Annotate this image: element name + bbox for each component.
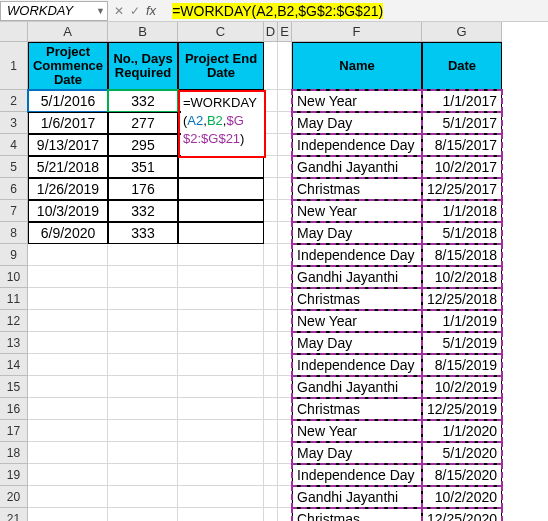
cell-B16[interactable] [108, 398, 178, 420]
cell-G19[interactable]: 8/15/2020 [422, 464, 502, 486]
cell-C16[interactable] [178, 398, 264, 420]
cell-B14[interactable] [108, 354, 178, 376]
cell-C21[interactable] [178, 508, 264, 521]
col-header-C[interactable]: C [178, 22, 264, 42]
cell-E5[interactable] [278, 156, 292, 178]
cell-G21[interactable]: 12/25/2020 [422, 508, 502, 521]
cell-G9[interactable]: 8/15/2018 [422, 244, 502, 266]
cell-G13[interactable]: 5/1/2019 [422, 332, 502, 354]
cell-E13[interactable] [278, 332, 292, 354]
cell-A8[interactable]: 6/9/2020 [28, 222, 108, 244]
cell-G3[interactable]: 5/1/2017 [422, 112, 502, 134]
cell-E11[interactable] [278, 288, 292, 310]
cell-B18[interactable] [108, 442, 178, 464]
cell-E19[interactable] [278, 464, 292, 486]
name-box[interactable]: WORKDAY ▼ [0, 1, 108, 21]
cell-F2[interactable]: New Year [292, 90, 422, 112]
cell-E9[interactable] [278, 244, 292, 266]
cell-E18[interactable] [278, 442, 292, 464]
col-header-D[interactable]: D [264, 22, 278, 42]
cell-B13[interactable] [108, 332, 178, 354]
cell-G2[interactable]: 1/1/2017 [422, 90, 502, 112]
cell-B2[interactable]: 332 [108, 90, 178, 112]
cell-E6[interactable] [278, 178, 292, 200]
cell-B9[interactable] [108, 244, 178, 266]
row-header-13[interactable]: 13 [0, 332, 28, 354]
cell-D4[interactable] [264, 134, 278, 156]
row-header-6[interactable]: 6 [0, 178, 28, 200]
cell-B7[interactable]: 332 [108, 200, 178, 222]
cell-G8[interactable]: 5/1/2018 [422, 222, 502, 244]
row-header-15[interactable]: 15 [0, 376, 28, 398]
cell-C20[interactable] [178, 486, 264, 508]
row-header-3[interactable]: 3 [0, 112, 28, 134]
cell-B6[interactable]: 176 [108, 178, 178, 200]
cell-C14[interactable] [178, 354, 264, 376]
cell-F13[interactable]: May Day [292, 332, 422, 354]
cell-F5[interactable]: Gandhi Jayanthi [292, 156, 422, 178]
cell-E4[interactable] [278, 134, 292, 156]
cell-C10[interactable] [178, 266, 264, 288]
cell-B15[interactable] [108, 376, 178, 398]
cell-G4[interactable]: 8/15/2017 [422, 134, 502, 156]
cell-A12[interactable] [28, 310, 108, 332]
cell-E7[interactable] [278, 200, 292, 222]
row-header-21[interactable]: 21 [0, 508, 28, 521]
cell-F12[interactable]: New Year [292, 310, 422, 332]
formula-editing[interactable]: =WORKDAY(A2,B2,$G$2:$G$21) [181, 92, 265, 156]
cell-F17[interactable]: New Year [292, 420, 422, 442]
row-header-20[interactable]: 20 [0, 486, 28, 508]
cell-F11[interactable]: Christmas [292, 288, 422, 310]
cell-A5[interactable]: 5/21/2018 [28, 156, 108, 178]
cell-D3[interactable] [264, 112, 278, 134]
cell-D5[interactable] [264, 156, 278, 178]
cell-G12[interactable]: 1/1/2019 [422, 310, 502, 332]
cell-E8[interactable] [278, 222, 292, 244]
row-header-11[interactable]: 11 [0, 288, 28, 310]
cell-A21[interactable] [28, 508, 108, 521]
cell-C17[interactable] [178, 420, 264, 442]
cancel-icon[interactable]: ✕ [114, 4, 124, 18]
cell-G17[interactable]: 1/1/2020 [422, 420, 502, 442]
cell-F21[interactable]: Christmas [292, 508, 422, 521]
row-header-14[interactable]: 14 [0, 354, 28, 376]
cell-E20[interactable] [278, 486, 292, 508]
cell-F9[interactable]: Independence Day [292, 244, 422, 266]
cell-D21[interactable] [264, 508, 278, 521]
cell-B5[interactable]: 351 [108, 156, 178, 178]
cell-A17[interactable] [28, 420, 108, 442]
cell-A20[interactable] [28, 486, 108, 508]
row-header-5[interactable]: 5 [0, 156, 28, 178]
cell-D20[interactable] [264, 486, 278, 508]
cell-G11[interactable]: 12/25/2018 [422, 288, 502, 310]
cell-E3[interactable] [278, 112, 292, 134]
row-header-1[interactable]: 1 [0, 42, 28, 90]
cell-D1[interactable] [264, 42, 278, 90]
row-header-10[interactable]: 10 [0, 266, 28, 288]
cell-A13[interactable] [28, 332, 108, 354]
row-header-8[interactable]: 8 [0, 222, 28, 244]
select-all[interactable] [0, 22, 28, 42]
cell-F19[interactable]: Independence Day [292, 464, 422, 486]
cell-A4[interactable]: 9/13/2017 [28, 134, 108, 156]
cell-B20[interactable] [108, 486, 178, 508]
cell-A18[interactable] [28, 442, 108, 464]
cell-C2[interactable]: =WORKDAY(A2,B2,$G$2:$G$21) [178, 90, 264, 112]
row-header-12[interactable]: 12 [0, 310, 28, 332]
cell-F7[interactable]: New Year [292, 200, 422, 222]
cell-B17[interactable] [108, 420, 178, 442]
cell-G20[interactable]: 10/2/2020 [422, 486, 502, 508]
cell-G15[interactable]: 10/2/2019 [422, 376, 502, 398]
cell-D13[interactable] [264, 332, 278, 354]
cell-D16[interactable] [264, 398, 278, 420]
cell-F6[interactable]: Christmas [292, 178, 422, 200]
cell-C11[interactable] [178, 288, 264, 310]
cell-F10[interactable]: Gandhi Jayanthi [292, 266, 422, 288]
cell-E14[interactable] [278, 354, 292, 376]
spreadsheet-grid[interactable]: ABCDEFG1Project Commence DateNo., Days R… [0, 22, 548, 521]
formula-bar[interactable]: =WORKDAY(A2,B2,$G$2:$G$21) [166, 1, 548, 21]
cell-C18[interactable] [178, 442, 264, 464]
row-header-2[interactable]: 2 [0, 90, 28, 112]
row-header-19[interactable]: 19 [0, 464, 28, 486]
cell-B3[interactable]: 277 [108, 112, 178, 134]
